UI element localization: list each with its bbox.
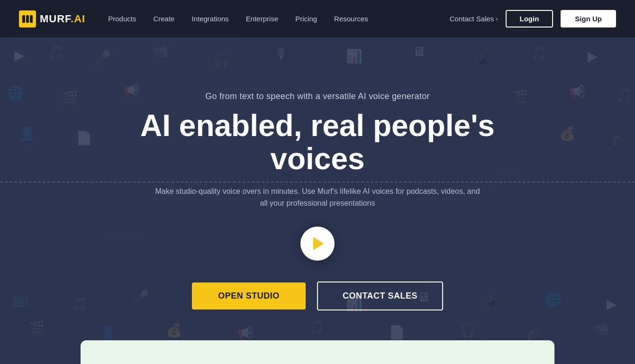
login-button[interactable]: Login: [506, 10, 553, 27]
bg-icon: 📹: [592, 320, 609, 336]
svg-rect-3: [30, 15, 33, 23]
hero-title: AI enabled, real people's voices: [104, 109, 531, 176]
bg-icon: 🎓: [611, 130, 628, 146]
contact-sales-nav[interactable]: Contact Sales ›: [450, 15, 498, 23]
bg-icon: 📺: [12, 291, 28, 307]
contact-sales-nav-label: Contact Sales: [450, 15, 494, 23]
nav-products[interactable]: Products: [108, 15, 136, 23]
nav-enterprise[interactable]: Enterprise: [246, 15, 278, 23]
hero-section: ▶ 🎵 🎤 📹 🎧 🎙 📊 🖥 📱 🎵 ▶ 🌐 🎬 📢 🎬 📢 🎵 👤 📄 💰 …: [0, 0, 635, 364]
play-icon: [313, 237, 324, 250]
bg-icon: 🎵: [71, 296, 88, 312]
bg-icon: 🎤: [95, 50, 111, 65]
bg-icon: 🌐: [7, 85, 24, 101]
bg-icon: 🎓: [526, 326, 543, 341]
nav-integrations[interactable]: Integrations: [191, 15, 228, 23]
bg-icon: 👤: [100, 325, 116, 340]
bg-icon: ▶: [588, 48, 598, 64]
navbar: MURF.AI Products Create Integrations Ent…: [0, 0, 635, 38]
bg-icon: 🎧: [460, 322, 476, 338]
contact-sales-button[interactable]: CONTACT SALES: [317, 282, 443, 310]
bg-icon: 📊: [346, 48, 363, 64]
hero-subtitle: Go from text to speech with a versatile …: [205, 91, 430, 101]
signup-button[interactable]: Sign Up: [561, 10, 616, 27]
bg-icon: ▶: [607, 296, 617, 312]
bottom-preview-card: [81, 340, 554, 364]
svg-rect-2: [26, 15, 29, 23]
bg-icon: 📹: [152, 43, 168, 58]
bg-icon: 🎵: [616, 88, 633, 103]
bg-icon: 📱: [474, 51, 490, 67]
bg-icon: 📢: [569, 84, 585, 100]
bg-icon: 🎵: [47, 45, 64, 61]
bg-icon: 🎧: [213, 52, 230, 68]
logo-icon: [19, 10, 36, 27]
nav-pricing[interactable]: Pricing: [295, 15, 317, 23]
bg-icon: ▶: [14, 47, 25, 63]
bg-icon: 📄: [76, 130, 92, 146]
logo[interactable]: MURF.AI: [19, 10, 85, 27]
logo-text: MURF.AI: [40, 13, 85, 25]
bg-icon: 🎵: [308, 319, 325, 335]
nav-links: Products Create Integrations Enterprise …: [108, 15, 450, 23]
bg-icon: 💰: [559, 126, 576, 141]
nav-resources[interactable]: Resources: [334, 15, 368, 23]
chevron-icon: ›: [496, 15, 498, 22]
hero-description: Make studio-quality voice overs in minut…: [152, 185, 483, 209]
bg-icon: 🎙: [275, 46, 288, 62]
bg-icon: 📢: [237, 326, 254, 341]
play-button[interactable]: [300, 227, 335, 261]
bg-icon: 🎵: [531, 45, 547, 61]
bg-icon: 💰: [166, 322, 182, 338]
open-studio-button[interactable]: OPEN STUDIO: [192, 282, 306, 309]
bg-icon: 🎬: [28, 320, 45, 336]
svg-rect-1: [22, 15, 25, 23]
bg-icon: 👤: [19, 126, 36, 141]
cta-buttons: OPEN STUDIO CONTACT SALES: [192, 282, 443, 310]
hero-content: Go from text to speech with a versatile …: [104, 91, 531, 310]
bg-icon: 🎬: [62, 90, 78, 106]
nav-right: Contact Sales › Login Sign Up: [450, 10, 616, 27]
bg-icon: 🌐: [545, 291, 562, 307]
bg-icon: 📄: [389, 325, 405, 340]
nav-create[interactable]: Create: [153, 15, 174, 23]
bg-icon: 🖥: [412, 44, 426, 59]
